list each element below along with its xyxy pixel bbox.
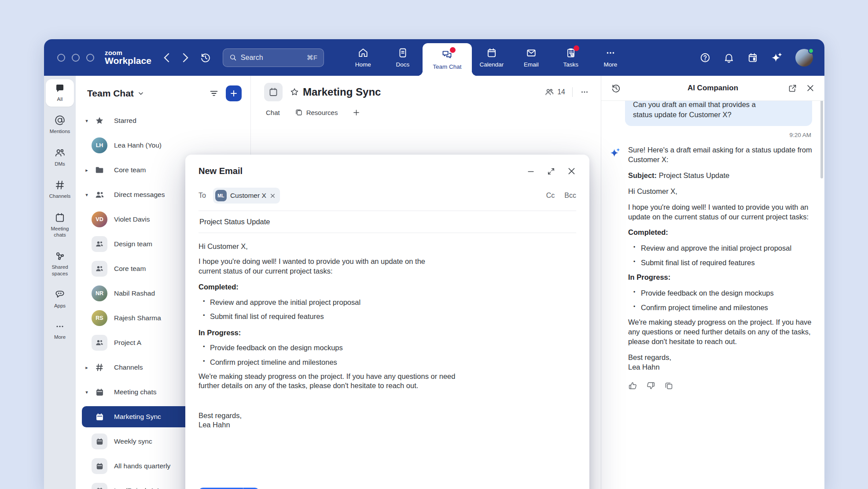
rail-mentions[interactable]: Mentions (46, 111, 74, 139)
filter-icon[interactable] (209, 89, 219, 98)
ai-conversation[interactable]: Can you draft an email that provides a s… (601, 101, 824, 489)
ai-inprogress-list: Provide feedback on the design mockups C… (633, 289, 813, 313)
team-chat-title-dropdown[interactable]: Team Chat (87, 88, 144, 99)
zoom-workplace-logo: zoom Workplace (105, 49, 151, 66)
people-icon (92, 187, 107, 203)
search-input[interactable]: Search ⌘F (223, 48, 324, 67)
cc-button[interactable]: Cc (546, 192, 555, 200)
meeting-calendar-icon (92, 409, 107, 425)
ai-intro: Sure! Here's a draft email asking for a … (628, 145, 813, 165)
window-close-button[interactable] (57, 54, 65, 62)
favorite-star-icon[interactable] (290, 87, 299, 97)
open-in-new-window-icon[interactable] (788, 84, 797, 93)
rail-all[interactable]: All (46, 79, 74, 107)
ai-signoff: Best regards,Lea Hahn (628, 353, 813, 372)
main-navigation: Home Docs Team Chat Calendar (343, 39, 630, 76)
group-people-icon (92, 261, 107, 277)
star-icon (92, 113, 107, 129)
search-icon (229, 54, 237, 61)
nav-calendar[interactable]: Calendar (472, 39, 511, 76)
nav-team-chat-label: Team Chat (433, 63, 461, 70)
chat-lea-hanh[interactable]: LH Lea Hanh (You) (76, 133, 250, 158)
team-chat-icon (441, 49, 453, 61)
channel-more-icon[interactable] (580, 87, 589, 97)
thumbs-down-icon[interactable] (646, 381, 655, 390)
rail-shared-spaces[interactable]: Shared spaces (46, 246, 74, 281)
ai-completed-list: Review and approve the initial project p… (633, 244, 813, 268)
window-maximize-button[interactable] (86, 54, 94, 62)
divider (572, 87, 573, 97)
email-icon (526, 47, 537, 59)
rail-all-label: All (57, 96, 63, 102)
nav-docs[interactable]: Docs (383, 39, 423, 76)
notifications-bell-icon[interactable] (723, 52, 735, 63)
channel-title: Marketing Sync (303, 86, 381, 98)
ai-companion-sparkle-icon (609, 145, 622, 390)
rail-apps-label: Apps (54, 303, 66, 309)
avatar: RS (92, 310, 107, 326)
copy-icon[interactable] (664, 381, 673, 390)
compose-toolbar: Send (199, 483, 576, 489)
list-item: Confirm project timeline and milestones (633, 303, 813, 313)
new-meeting-calendar-icon[interactable] (747, 52, 758, 63)
calendar-icon (486, 47, 497, 59)
rail-more-icon (55, 321, 65, 332)
caret-down-icon: ▾ (83, 389, 91, 395)
user-avatar[interactable] (795, 49, 813, 67)
close-icon[interactable] (567, 167, 576, 176)
members-button[interactable]: 14 (544, 87, 565, 97)
help-icon[interactable] (699, 52, 711, 63)
tab-resources[interactable]: Resources (295, 108, 338, 116)
email-greeting: Hi Customer X, (199, 242, 576, 251)
forward-arrow-icon[interactable] (183, 53, 188, 63)
group-people-icon (92, 236, 107, 252)
ai-subject-line: Subject: Project Status Update (628, 171, 813, 181)
caret-right-icon: ▸ (83, 167, 91, 173)
chevron-down-icon (138, 90, 144, 96)
ai-close-icon[interactable] (806, 84, 815, 93)
email-completed-heading: Completed: (199, 282, 576, 292)
expand-icon[interactable] (547, 167, 555, 176)
nav-home[interactable]: Home (343, 39, 383, 76)
window-minimize-button[interactable] (72, 54, 80, 62)
thumbs-up-icon[interactable] (628, 381, 637, 390)
remove-recipient-icon[interactable] (270, 193, 276, 199)
tab-chat[interactable]: Chat (266, 109, 280, 116)
ai-completed-heading: Completed: (628, 228, 813, 237)
email-completed-list: Review and approve the initial project p… (203, 298, 576, 322)
history-icon[interactable] (200, 52, 211, 63)
docs-icon (397, 47, 408, 59)
modal-title: New Email (199, 166, 243, 176)
bcc-button[interactable]: Bcc (564, 192, 576, 200)
subject-field[interactable]: Project Status Update (199, 211, 576, 233)
email-inprogress-list: Provide feedback on the design mockups C… (203, 343, 576, 367)
section-starred[interactable]: ▾ Starred (76, 108, 250, 133)
nav-email[interactable]: Email (511, 39, 551, 76)
nav-tasks[interactable]: Tasks (551, 39, 591, 76)
add-tab-button[interactable] (353, 109, 360, 116)
window-controls[interactable] (57, 54, 94, 62)
recipient-chip[interactable]: ML Customer X (213, 188, 280, 204)
email-closing: We're making steady progress on the proj… (199, 372, 463, 391)
new-chat-button[interactable] (226, 85, 242, 101)
all-chats-icon (55, 83, 65, 94)
list-item: Confirm project timeline and milestones (203, 358, 576, 367)
meeting-calendar-icon (92, 483, 107, 489)
rail-meeting-chats[interactable]: Meeting chats (46, 208, 74, 243)
ai-companion-sparkle-icon[interactable] (771, 52, 783, 64)
nav-team-chat[interactable]: Team Chat (423, 43, 472, 76)
back-arrow-icon[interactable] (164, 53, 169, 63)
minimize-icon[interactable] (526, 167, 535, 176)
channel-calendar-icon (264, 83, 283, 101)
caret-down-icon: ▾ (83, 118, 91, 124)
nav-more[interactable]: More (591, 39, 630, 76)
rail-more[interactable]: More (46, 317, 74, 345)
rail-dms[interactable]: DMs (46, 143, 74, 171)
rail-apps[interactable]: Apps (46, 285, 74, 313)
search-shortcut: ⌘F (307, 54, 317, 62)
email-body-editor[interactable]: Hi Customer X, I hope you're doing well!… (199, 233, 576, 483)
ai-history-icon[interactable] (611, 83, 621, 93)
avatar: LH (92, 137, 107, 153)
members-icon (544, 87, 554, 97)
rail-channels[interactable]: Channels (46, 175, 74, 204)
